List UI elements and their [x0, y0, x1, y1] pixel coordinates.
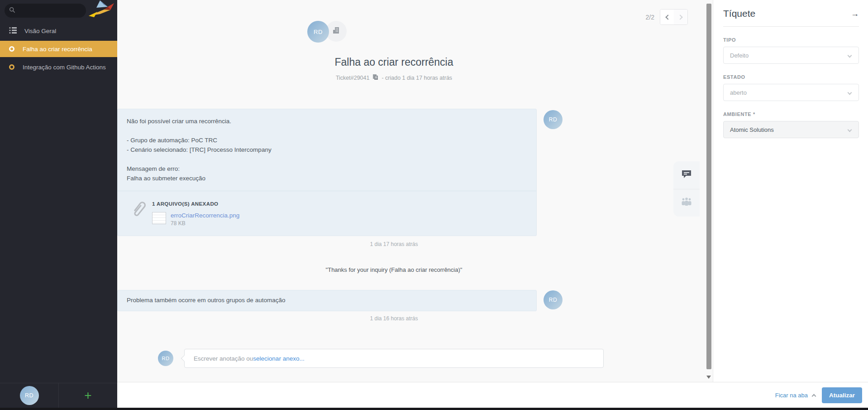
attachment-item: erroCriarRecorrencia.png 78 KB [152, 212, 239, 227]
estado-select[interactable]: aberto [723, 84, 859, 101]
stay-on-tab-link[interactable]: Ficar na aba [775, 392, 808, 399]
field-label-ambiente: AMBIENTE * [723, 111, 859, 117]
ticket-title: Falha ao criar recorrência [184, 56, 604, 68]
article-bubble[interactable]: Problema também ocorre em outros grupos … [117, 290, 537, 311]
article-type-tabs [673, 161, 700, 217]
attachment-count-label: 1 ARQUIVO(S) ANEXADO [152, 201, 239, 207]
sidebar-item-ticket-integracao-github[interactable]: Integração com Github Actions [0, 59, 117, 75]
composer-tail [181, 355, 187, 362]
article-text: Não foi possível criar uma recorrência. … [118, 109, 536, 191]
window-bottom-edge [0, 408, 868, 410]
update-button[interactable]: Atualizar [822, 387, 862, 403]
system-quote: "Thanks for your inquiry (Falha ao criar… [184, 266, 604, 273]
scroll-down-arrow[interactable] [706, 376, 711, 379]
chevron-down-icon [848, 53, 852, 58]
chevron-down-icon [848, 91, 852, 95]
copy-ticket-number-icon[interactable] [372, 74, 378, 82]
field-label-tipo: TIPO [723, 37, 859, 43]
search-icon [9, 7, 15, 15]
pagination-count: 2/2 [646, 14, 654, 21]
sidebar-bottom-bar: RD + [0, 383, 117, 408]
overview-list-icon [9, 27, 17, 35]
new-ticket-cell: + [58, 383, 117, 408]
attachments-section: 1 ARQUIVO(S) ANEXADO erroCriarRecorrenci… [118, 191, 536, 236]
ticket-state-icon [9, 46, 14, 52]
article-timestamp: 1 dia 16 horas atrás [184, 315, 604, 322]
paperclip-icon [124, 198, 152, 227]
ticket-header-avatars: RD [117, 21, 537, 43]
tipo-value: Defeito [730, 52, 749, 59]
ticket-pagination: 2/2 [646, 9, 688, 25]
people-group-icon [681, 197, 692, 209]
sidebar-nav: Visão Geral Falha ao criar recorrência I… [0, 23, 117, 77]
chevron-down-icon [848, 128, 852, 132]
next-ticket-button[interactable] [674, 10, 687, 24]
user-menu-cell: RD [0, 383, 58, 408]
attachment-file-link[interactable]: erroCriarRecorrencia.png [171, 212, 239, 219]
ticket-subtitle: Ticket#29041 - criado 1 dia 17 horas atr… [184, 74, 604, 82]
panel-header: Tíquete → [723, 8, 859, 19]
new-ticket-button[interactable]: + [84, 389, 91, 402]
attachment-meta: erroCriarRecorrencia.png 78 KB [171, 212, 239, 227]
article-timestamp: 1 dia 17 horas atrás [184, 241, 604, 247]
ambiente-value: Atomic Solutions [730, 126, 774, 133]
ticket-attributes-panel: Tíquete → TIPO Defeito ESTADO aberto AMB… [713, 0, 868, 382]
tab-note[interactable] [673, 161, 700, 189]
organization-building-icon [332, 26, 340, 36]
app-window: Visão Geral Falha ao criar recorrência I… [0, 0, 868, 410]
previous-ticket-button[interactable] [660, 10, 674, 24]
tipo-select[interactable]: Defeito [723, 47, 859, 64]
left-sidebar: Visão Geral Falha ao criar recorrência I… [0, 0, 117, 408]
chevron-right-icon [677, 14, 682, 19]
chevron-left-icon [665, 14, 670, 19]
ticket-state-icon [9, 64, 14, 70]
customer-avatar[interactable]: RD [307, 21, 329, 43]
attachment-thumbnail[interactable] [152, 212, 166, 224]
chat-bubble-icon [682, 170, 692, 181]
select-attachment-link[interactable]: selecionar anexo... [253, 355, 304, 362]
ticket-main-area: 2/2 RD Falha ao criar [117, 0, 713, 382]
sidebar-item-label: Visão Geral [24, 28, 56, 34]
field-label-estado: ESTADO [723, 74, 859, 80]
article-text: Problema também ocorre em outros grupos … [118, 290, 536, 311]
panel-title: Tíquete [723, 8, 755, 19]
ticket-created-info: - criado 1 dia 17 horas atrás [382, 75, 452, 81]
composer-avatar[interactable]: RD [158, 351, 173, 366]
tab-people[interactable] [673, 189, 700, 217]
pagination-buttons [660, 9, 688, 25]
attachment-list: 1 ARQUIVO(S) ANEXADO erroCriarRecorrenci… [152, 198, 239, 227]
sidebar-item-label: Falha ao criar recorrência [23, 46, 92, 53]
chevron-up-icon[interactable] [812, 394, 816, 398]
search-row [0, 0, 117, 22]
sidebar-item-label: Integração com Github Actions [23, 64, 106, 71]
search-input[interactable] [18, 7, 81, 14]
search-bar[interactable] [5, 4, 86, 18]
main-scrollbar-thumb[interactable] [706, 4, 711, 369]
sidebar-item-overview[interactable]: Visão Geral [0, 23, 117, 39]
article-bubble[interactable]: Não foi possível criar uma recorrência. … [117, 109, 537, 236]
panel-divider [723, 26, 859, 27]
attachment-file-size: 78 KB [171, 220, 239, 227]
note-input[interactable]: Escrever anotação ou selecionar anexo... [184, 349, 604, 368]
composer-placeholder: Escrever anotação ou [194, 355, 253, 362]
reply-composer: RD Escrever anotação ou selecionar anexo… [158, 349, 604, 368]
current-user-avatar[interactable]: RD [20, 386, 39, 405]
collapse-panel-arrow-icon[interactable]: → [851, 9, 859, 19]
article-author-avatar[interactable]: RD [544, 110, 563, 129]
system-quote-text: "Thanks for your inquiry (Falha ao criar… [326, 266, 463, 273]
brand-logo-bird-icon[interactable] [87, 0, 115, 20]
action-footer: Ficar na aba Atualizar [117, 382, 868, 408]
estado-value: aberto [730, 89, 747, 96]
article-author-avatar[interactable]: RD [544, 290, 563, 309]
ticket-number: Ticket#29041 [336, 75, 370, 81]
ambiente-select[interactable]: Atomic Solutions [723, 121, 859, 138]
sidebar-item-ticket-falha-recorrencia[interactable]: Falha ao criar recorrência [0, 41, 117, 57]
